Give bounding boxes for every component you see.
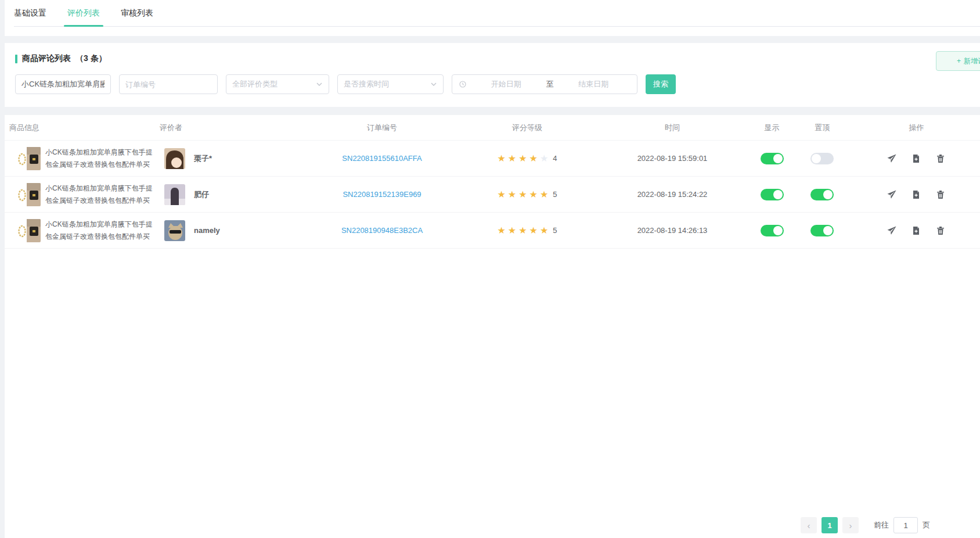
send-button[interactable] xyxy=(887,153,898,164)
file-add-icon xyxy=(911,154,921,163)
table-row: 小CK链条加粗加宽单肩腋下包手提包金属链子改造替换包包配件单买 栗子* SN22… xyxy=(5,141,980,177)
tab-basic-settings[interactable]: 基础设置 xyxy=(14,8,46,26)
pagination: ‹ 1 › 前往 页 xyxy=(801,517,930,533)
star-filled-icon: ★ xyxy=(508,154,516,163)
send-icon xyxy=(887,154,896,163)
time-search-select[interactable]: 是否搜索时间 xyxy=(337,74,444,94)
rating-stars: ★★★★★ xyxy=(498,190,549,199)
display-toggle[interactable] xyxy=(761,153,784,164)
add-file-button[interactable] xyxy=(911,189,922,200)
star-filled-icon: ★ xyxy=(518,154,527,163)
star-filled-icon: ★ xyxy=(540,226,548,235)
reviewer-avatar xyxy=(164,184,185,205)
star-filled-icon: ★ xyxy=(498,190,506,199)
rating-value: 5 xyxy=(553,190,557,199)
product-name-input[interactable] xyxy=(16,75,110,94)
review-time: 2022-08-19 15:59:01 xyxy=(637,154,708,163)
star-empty-icon: ★ xyxy=(540,154,548,163)
pin-toggle[interactable] xyxy=(810,225,834,236)
tabs: 基础设置 评价列表 审核列表 xyxy=(14,8,980,27)
trash-icon xyxy=(936,154,945,163)
rating-stars: ★★★★★ xyxy=(498,226,549,235)
rating-stars: ★★★★★ xyxy=(498,154,549,163)
add-review-label: 新增评论 xyxy=(964,56,980,66)
add-review-button[interactable]: + 新增评论 xyxy=(936,51,980,71)
review-time: 2022-08-19 14:26:13 xyxy=(637,226,708,235)
filter-row: 全部评价类型 是否搜索时间 开始日期 至 结束日期 搜索 xyxy=(15,74,980,94)
order-number-input[interactable] xyxy=(120,75,217,94)
product-title: 小CK链条加粗加宽单肩腋下包手提包金属链子改造替换包包配件单买 xyxy=(45,218,154,242)
product-title: 小CK链条加粗加宽单肩腋下包手提包金属链子改造替换包包配件单买 xyxy=(45,146,154,170)
product-name-field xyxy=(15,74,111,94)
star-filled-icon: ★ xyxy=(518,190,527,199)
order-number-link[interactable]: SN220819155610AFFA xyxy=(342,154,421,163)
table-row: 小CK链条加粗加宽单肩腋下包手提包金属链子改造替换包包配件单买 肥仔 SN220… xyxy=(5,177,980,213)
rating-value: 5 xyxy=(553,226,557,235)
col-time: 时间 xyxy=(597,123,748,133)
order-number-link[interactable]: SN2208190948E3B2CA xyxy=(341,226,423,235)
send-icon xyxy=(887,226,896,235)
start-date-placeholder[interactable]: 开始日期 xyxy=(470,79,543,89)
goto-page-input[interactable] xyxy=(893,517,918,533)
table-header: 商品信息 评价者 订单编号 评分等级 时间 显示 置顶 操作 xyxy=(5,115,980,141)
date-range-picker[interactable]: 开始日期 至 结束日期 xyxy=(452,74,637,94)
reviewer-name: namely xyxy=(194,226,220,235)
file-add-icon xyxy=(911,190,921,199)
star-filled-icon: ★ xyxy=(529,154,538,163)
reviewer-avatar xyxy=(164,148,185,169)
tab-bar: 基础设置 评价列表 审核列表 xyxy=(5,0,980,36)
chevron-down-icon xyxy=(316,81,323,88)
product-image xyxy=(17,183,41,206)
send-button[interactable] xyxy=(887,225,898,236)
delete-button[interactable] xyxy=(936,189,946,200)
goto-label: 前往 xyxy=(874,520,889,530)
send-icon xyxy=(887,190,896,199)
col-order-number: 订单编号 xyxy=(307,123,457,133)
reviewer-name: 肥仔 xyxy=(194,189,209,200)
delete-button[interactable] xyxy=(936,153,946,164)
trash-icon xyxy=(936,190,945,199)
time-search-value: 是否搜索时间 xyxy=(344,79,389,89)
pin-toggle[interactable] xyxy=(810,153,834,164)
star-filled-icon: ★ xyxy=(529,226,538,235)
prev-page-button[interactable]: ‹ xyxy=(801,517,817,533)
current-page-button[interactable]: 1 xyxy=(822,517,838,533)
table-body: 小CK链条加粗加宽单肩腋下包手提包金属链子改造替换包包配件单买 栗子* SN22… xyxy=(5,141,980,249)
display-toggle[interactable] xyxy=(761,225,784,236)
col-rating: 评分等级 xyxy=(457,123,597,133)
add-file-button[interactable] xyxy=(911,153,922,164)
rating-value: 4 xyxy=(553,154,557,163)
product-title: 小CK链条加粗加宽单肩腋下包手提包金属链子改造替换包包配件单买 xyxy=(45,182,154,206)
next-page-button[interactable]: › xyxy=(842,517,859,533)
col-display: 显示 xyxy=(748,123,796,133)
star-filled-icon: ★ xyxy=(498,154,506,163)
col-product-info: 商品信息 xyxy=(5,123,157,133)
order-number-link[interactable]: SN220819152139E969 xyxy=(343,190,421,199)
date-range-separator: 至 xyxy=(546,79,554,89)
pin-toggle[interactable] xyxy=(810,189,834,200)
send-button[interactable] xyxy=(887,189,898,200)
search-button[interactable]: 搜索 xyxy=(646,74,676,94)
end-date-placeholder[interactable]: 结束日期 xyxy=(557,79,630,89)
chevron-down-icon xyxy=(430,81,437,88)
star-filled-icon: ★ xyxy=(518,226,527,235)
star-filled-icon: ★ xyxy=(508,190,516,199)
col-reviewer: 评价者 xyxy=(157,123,307,133)
star-filled-icon: ★ xyxy=(529,190,538,199)
page-unit-label: 页 xyxy=(923,520,930,530)
tab-review-list[interactable]: 评价列表 xyxy=(67,8,100,26)
order-number-field xyxy=(119,74,218,94)
page-title: 商品评论列表 xyxy=(22,53,71,64)
reviewer-name: 栗子* xyxy=(194,153,212,164)
add-file-button[interactable] xyxy=(911,225,922,236)
review-type-select[interactable]: 全部评价类型 xyxy=(226,74,329,94)
display-toggle[interactable] xyxy=(761,189,784,200)
title-accent-bar xyxy=(15,55,17,63)
delete-button[interactable] xyxy=(936,225,946,236)
clock-icon xyxy=(459,81,466,88)
review-table-panel: 商品信息 评价者 订单编号 评分等级 时间 显示 置顶 操作 小CK链条加粗加宽… xyxy=(5,115,980,538)
col-operations: 操作 xyxy=(848,123,980,133)
plus-icon: + xyxy=(957,57,961,65)
star-filled-icon: ★ xyxy=(498,226,506,235)
tab-audit-list[interactable]: 审核列表 xyxy=(121,8,153,26)
